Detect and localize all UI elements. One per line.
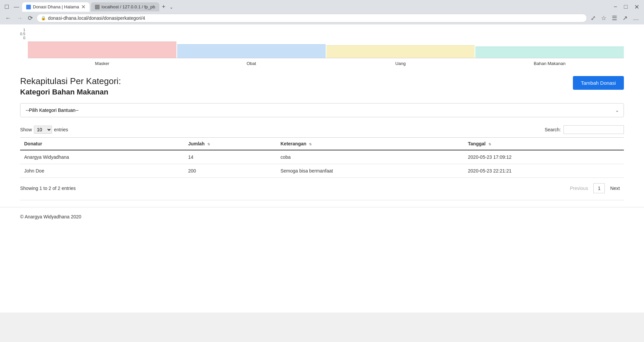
- cell-donatur-2: John Doe: [20, 164, 184, 178]
- section-header: Rekapitulasi Per Kategori: Kategori Baha…: [20, 76, 624, 96]
- browser-toolbar: ← → ⟳ 🔒 donasi-dhana.local/donasi/donasi…: [0, 12, 644, 24]
- cell-donatur-1: Anargya Widyadhana: [20, 150, 184, 164]
- y-label-mid: 0.5: [20, 32, 25, 36]
- browser-tab-label: Donasi Dhana | Halama: [33, 4, 79, 9]
- footer: © Anargya Widyadhana 2020: [0, 207, 644, 226]
- table-header: Donatur Jumlah ⇅ Keterangan ⇅ Tanggal ⇅: [20, 138, 624, 150]
- page-content: 1 0.5 0 Masker Obat Uang Bahan Makanan: [0, 24, 644, 313]
- sort-icon-tanggal: ⇅: [488, 142, 491, 146]
- entries-label: entries: [54, 127, 68, 132]
- data-table: Donatur Jumlah ⇅ Keterangan ⇅ Tanggal ⇅ …: [20, 137, 624, 178]
- sort-icon-keterangan: ⇅: [309, 142, 312, 146]
- more-icon[interactable]: …: [631, 14, 641, 22]
- chart-bar-bahan-makanan: [475, 47, 624, 58]
- search-label: Search:: [545, 127, 561, 132]
- page-1-button[interactable]: 1: [593, 183, 605, 193]
- browser-tab-active[interactable]: Donasi Dhana | Halama ✕: [22, 2, 90, 12]
- table-body: Anargya Widyadhana 14 coba 2020-05-23 17…: [20, 150, 624, 178]
- tab-minimize-btn[interactable]: ―: [12, 3, 21, 11]
- forward-button[interactable]: →: [15, 14, 24, 22]
- chart-label-masker: Masker: [28, 60, 176, 66]
- search-area: Search:: [545, 125, 624, 134]
- chart-y-axis: 1 0.5 0: [20, 28, 28, 40]
- sort-icon-jumlah: ⇅: [207, 142, 210, 146]
- next-button[interactable]: Next: [606, 184, 624, 193]
- col-header-keterangan[interactable]: Keterangan ⇅: [276, 138, 464, 150]
- cell-keterangan-1: coba: [276, 150, 464, 164]
- copyright-text: © Anargya Widyadhana 2020: [20, 214, 81, 219]
- col-header-jumlah[interactable]: Jumlah ⇅: [184, 138, 276, 150]
- table-controls: Show 10 25 50 100 entries Search:: [20, 125, 624, 134]
- cell-tanggal-1: 2020-05-23 17:09:12: [464, 150, 624, 164]
- back-button[interactable]: ←: [3, 14, 13, 22]
- dropdown-wrapper: --Pilih Kategori Bantuan-- Masker Obat U…: [20, 103, 624, 117]
- address-text: donasi-dhana.local/donasi/donasiperkateg…: [48, 15, 583, 21]
- chart-label-uang: Uang: [326, 60, 475, 66]
- chart-bar-masker: [28, 42, 176, 58]
- tambah-donasi-button[interactable]: Tambah Donasi: [573, 76, 624, 90]
- cell-keterangan-2: Semoga bisa bermanfaat: [276, 164, 464, 178]
- chart-area: 1 0.5 0 Masker Obat Uang Bahan Makanan: [0, 24, 644, 69]
- table-row: Anargya Widyadhana 14 coba 2020-05-23 17…: [20, 150, 624, 164]
- kategori-dropdown[interactable]: --Pilih Kategori Bantuan-- Masker Obat U…: [20, 103, 624, 117]
- tab-favicon: [26, 5, 31, 9]
- tab-close-icon[interactable]: ✕: [81, 4, 86, 10]
- tab-icon-btn[interactable]: ☐: [3, 3, 11, 11]
- browser-tab-label-2: localhost / 127.0.0.1 / fp_pb: [102, 4, 155, 9]
- bookmark-icon[interactable]: ☆: [599, 14, 608, 22]
- browser-titlebar: ☐ ― Donasi Dhana | Halama ✕ localhost / …: [0, 0, 644, 12]
- toolbar-icons: ⤢ ☆ ☰ ↗ …: [589, 14, 641, 22]
- share-icon[interactable]: ↗: [621, 14, 629, 22]
- section-title-area: Rekapitulasi Per Kategori: Kategori Baha…: [20, 76, 121, 96]
- browser-chrome: ☐ ― Donasi Dhana | Halama ✕ localhost / …: [0, 0, 644, 24]
- cell-jumlah-1: 14: [184, 150, 276, 164]
- pagination-area: Showing 1 to 2 of 2 entries Previous 1 N…: [20, 183, 624, 193]
- show-label: Show: [20, 127, 32, 132]
- col-header-donatur: Donatur: [20, 138, 184, 150]
- cell-jumlah-2: 200: [184, 164, 276, 178]
- tab-dropdown-button[interactable]: ⌄: [168, 3, 175, 11]
- y-label-top: 1: [23, 28, 25, 32]
- table-row: John Doe 200 Semoga bisa bermanfaat 2020…: [20, 164, 624, 178]
- chart-label-bahan-makanan: Bahan Makanan: [475, 60, 624, 66]
- browser-tab-inactive[interactable]: localhost / 127.0.0.1 / fp_pb: [91, 2, 159, 11]
- chart-label-obat: Obat: [177, 60, 326, 66]
- dropdown-container: --Pilih Kategori Bantuan-- Masker Obat U…: [20, 103, 624, 117]
- entries-select[interactable]: 10 25 50 100: [34, 126, 52, 134]
- show-entries: Show 10 25 50 100 entries: [20, 126, 68, 134]
- main-section: Rekapitulasi Per Kategori: Kategori Baha…: [0, 69, 644, 200]
- pagination-info: Showing 1 to 2 of 2 entries: [20, 186, 76, 191]
- table-header-row: Donatur Jumlah ⇅ Keterangan ⇅ Tanggal ⇅: [20, 138, 624, 150]
- previous-button[interactable]: Previous: [566, 184, 592, 193]
- maximize-button[interactable]: □: [622, 3, 630, 11]
- split-view-icon[interactable]: ⤢: [589, 14, 597, 22]
- reload-button[interactable]: ⟳: [26, 14, 35, 22]
- window-controls: − □ ✕: [612, 3, 641, 11]
- tab-favicon-2: [95, 5, 100, 9]
- chart-bar-obat: [177, 44, 326, 58]
- pagination-controls: Previous 1 Next: [566, 183, 624, 193]
- search-input[interactable]: [564, 125, 624, 134]
- y-label-bot: 0: [23, 36, 25, 40]
- chart-bar-uang: [326, 45, 475, 58]
- address-lock-icon: 🔒: [41, 16, 46, 20]
- new-tab-button[interactable]: +: [161, 2, 167, 12]
- collections-icon[interactable]: ☰: [610, 14, 619, 22]
- col-header-tanggal[interactable]: Tanggal ⇅: [464, 138, 624, 150]
- address-bar[interactable]: 🔒 donasi-dhana.local/donasi/donasiperkat…: [37, 14, 587, 22]
- minimize-button[interactable]: −: [612, 3, 620, 11]
- section-subtitle: Kategori Bahan Makanan: [20, 88, 121, 96]
- section-title: Rekapitulasi Per Kategori:: [20, 76, 121, 86]
- footer-divider: [20, 200, 624, 200]
- close-button[interactable]: ✕: [632, 3, 641, 11]
- cell-tanggal-2: 2020-05-23 22:21:21: [464, 164, 624, 178]
